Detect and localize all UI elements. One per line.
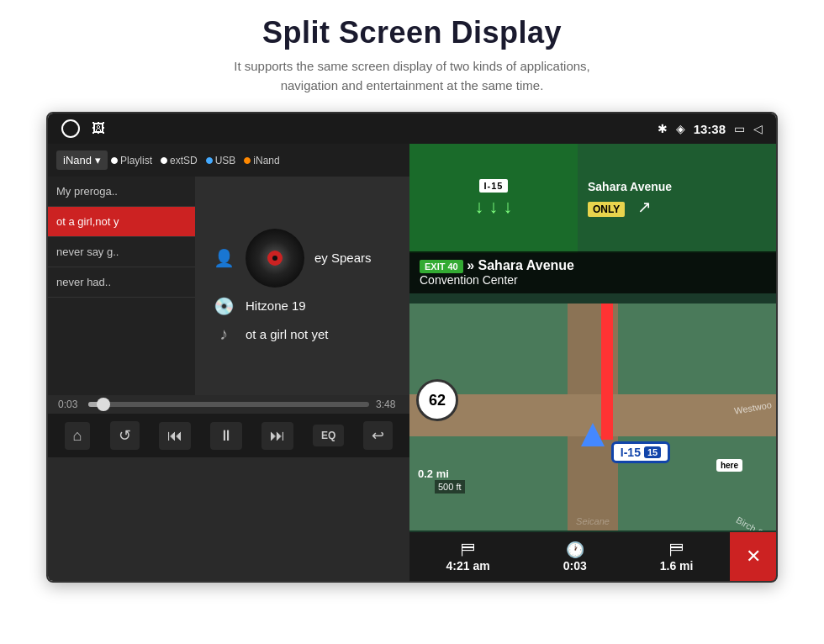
page-title: Split Screen Display [0, 15, 824, 50]
exit-sub: Convention Center [420, 273, 766, 287]
prev-button[interactable]: ⏮ [159, 422, 191, 450]
exit-text: » Sahara Avenue [467, 258, 574, 272]
back-ctrl-button[interactable]: ↩ [363, 421, 393, 450]
checkered-end-icon: ⛿ [669, 541, 684, 559]
radio-dot-extsd [161, 157, 167, 164]
music-note-icon: ♪ [212, 325, 235, 344]
checkered-start-icon: ⛿ [461, 541, 476, 559]
nav-close-button[interactable]: ✕ [730, 532, 776, 581]
distance-remaining: 1.6 mi [660, 559, 694, 573]
track-info: 👤 ey Spears 💿 Hitzone 19 [203, 229, 401, 344]
map-road-area: 62 I-15 15 Birch St Westwoo here 500 ft [409, 304, 776, 531]
album-name: Hitzone 19 [246, 298, 306, 313]
status-right: ✱ ◈ 13:38 ▭ ◁ [658, 122, 763, 136]
disc-icon: 💿 [212, 296, 235, 316]
playlist-item-3[interactable]: never had.. [48, 267, 195, 298]
nav-distance-remaining: ⛿ 1.6 mi [660, 541, 694, 573]
source-inand[interactable]: iNand [244, 155, 279, 166]
chevron-down-icon: ▾ [95, 154, 101, 166]
source-playlist[interactable]: Playlist [111, 155, 152, 166]
main-content: iNand ▾ Playlist extSD USB [48, 144, 776, 581]
controls-bar: ⌂ ↺ ⏮ ⏸ ⏭ EQ ↩ [48, 414, 409, 457]
sign-green-left: I-15 ↓ ↓ ↓ [409, 144, 578, 253]
nav-eta-arrival: ⛿ 4:21 am [446, 541, 490, 573]
nav-info-section: ⛿ 4:21 am 🕐 0:03 ⛿ 1.6 mi [409, 541, 730, 573]
trip-time: 0:03 [563, 559, 587, 573]
status-bar: 🖼 ✱ ◈ 13:38 ▭ ◁ [48, 113, 776, 144]
source-options: Playlist extSD USB iNand [111, 155, 280, 166]
song-name: ot a girl not yet [246, 327, 328, 341]
arrow-down-1: ↓ [475, 196, 484, 218]
car-position-triangle [581, 423, 605, 446]
vinyl-center [267, 251, 283, 266]
interstate-shield: 15 [644, 446, 661, 458]
nav-trip-time: 🕐 0:03 [563, 541, 587, 573]
artist-name: ey Spears [314, 251, 372, 265]
pause-button[interactable]: ⏸ [210, 422, 242, 450]
navigation-panel: I-15 ↓ ↓ ↓ Sahara Avenue ONLY ↗ [409, 144, 776, 581]
playlist-sidebar: My preroga.. ot a girl,not y never say g… [48, 177, 195, 395]
progress-bar[interactable] [88, 402, 369, 407]
exit-sign-bar: EXIT 40 » Sahara Avenue Convention Cente… [409, 251, 776, 293]
road-red-route [601, 304, 613, 440]
radio-dot-playlist [111, 157, 118, 164]
person-icon: 👤 [212, 248, 235, 268]
source-selector: iNand ▾ Playlist extSD USB [48, 144, 409, 177]
vinyl-disc [246, 229, 304, 288]
exit-badge: EXIT 40 [420, 260, 463, 273]
nav-bottom-bar: ⛿ 4:21 am 🕐 0:03 ⛿ 1.6 mi ✕ [409, 532, 776, 581]
artist-row: 👤 ey Spears [212, 229, 401, 288]
source-extsd[interactable]: extSD [161, 155, 198, 166]
arrow-down-2: ↓ [489, 196, 499, 218]
back-icon: ◁ [753, 122, 763, 135]
bluetooth-icon: ✱ [658, 122, 668, 135]
repeat-button[interactable]: ↺ [110, 421, 140, 450]
playlist-section: My preroga.. ot a girl,not y never say g… [48, 177, 409, 395]
sign-sahara-avenue: Sahara Avenue [588, 180, 672, 193]
here-logo: here [716, 459, 742, 472]
next-button[interactable]: ⏭ [261, 422, 293, 450]
now-playing: 👤 ey Spears 💿 Hitzone 19 [195, 177, 409, 395]
page-header: Split Screen Display It supports the sam… [0, 0, 824, 103]
playlist-item-2[interactable]: never say g.. [48, 237, 195, 267]
location-icon: ◈ [676, 122, 685, 135]
interstate-badge: I-15 15 [611, 441, 670, 463]
watermark: Seicane [576, 516, 610, 526]
eq-button[interactable]: EQ [313, 425, 344, 446]
turn-right-arrow: ↗ [637, 198, 652, 216]
source-dropdown[interactable]: iNand ▾ [56, 150, 108, 170]
arrow-down-3: ↓ [504, 196, 513, 218]
playlist-item-1[interactable]: ot a girl,not y [48, 207, 195, 237]
status-time: 13:38 [694, 122, 726, 136]
highway-signs: I-15 ↓ ↓ ↓ Sahara Avenue ONLY ↗ [409, 144, 776, 253]
music-player-panel: iNand ▾ Playlist extSD USB [48, 144, 409, 581]
window-icon: ▭ [734, 122, 745, 135]
status-left: 🖼 [61, 119, 105, 138]
arrow-row: ↓ ↓ ↓ [475, 196, 513, 218]
circle-icon [61, 119, 80, 138]
time-current: 0:03 [58, 399, 82, 410]
highway-badge: I-15 [479, 179, 509, 193]
song-row: ♪ ot a girl not yet [212, 325, 401, 344]
home-button[interactable]: ⌂ [65, 422, 91, 450]
sign-green-right: Sahara Avenue ONLY ↗ [578, 144, 776, 253]
radio-dot-usb [206, 157, 213, 164]
distance-display: 0.2 mi [418, 467, 449, 480]
eta-time: 4:21 am [446, 559, 490, 573]
page-subtitle: It supports the same screen display of t… [0, 57, 824, 95]
vinyl-dot [272, 256, 277, 261]
image-icon: 🖼 [92, 121, 105, 136]
only-badge: ONLY [588, 202, 625, 217]
distance-ft-sign: 500 ft [435, 480, 465, 494]
progress-thumb[interactable] [97, 398, 110, 411]
album-row: 💿 Hitzone 19 [212, 296, 401, 316]
radio-dot-inand [244, 157, 251, 164]
birch-street-label: Birch St [735, 515, 768, 531]
progress-section: 0:03 3:48 [48, 395, 409, 414]
source-usb[interactable]: USB [206, 155, 236, 166]
time-total: 3:48 [376, 399, 399, 410]
playlist-item-0[interactable]: My preroga.. [48, 177, 195, 207]
device-frame: 🖼 ✱ ◈ 13:38 ▭ ◁ iNand ▾ Playlist [46, 112, 778, 583]
speed-sign: 62 [416, 379, 458, 421]
clock-icon: 🕐 [566, 541, 584, 559]
